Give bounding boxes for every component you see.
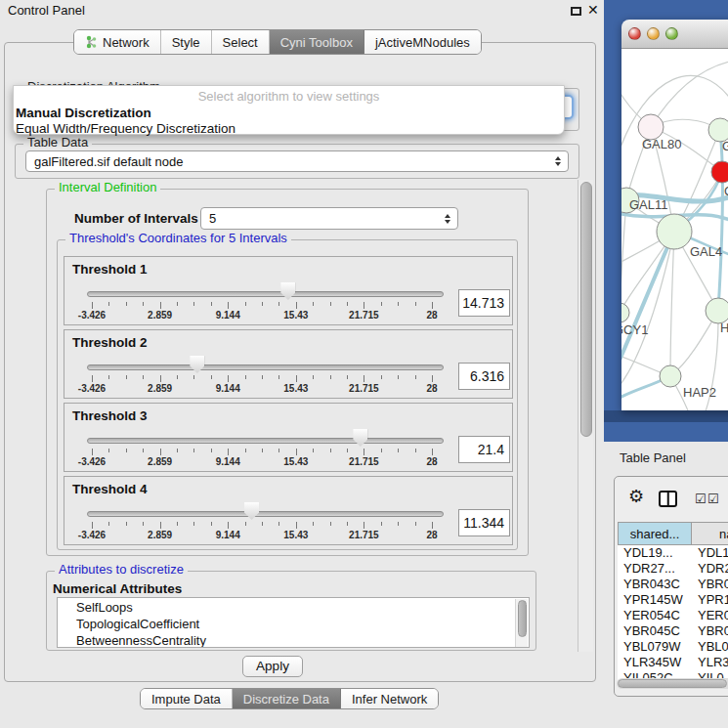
traffic-light-close-icon[interactable] — [628, 27, 641, 40]
slider-tick — [398, 375, 399, 379]
thresholds-group: Threshold's Coordinates for 5 Intervals … — [57, 239, 518, 550]
settings-scrollbar-thumb[interactable] — [580, 182, 592, 437]
tab-style[interactable]: Style — [161, 30, 212, 54]
list-item[interactable]: SelfLoops — [76, 600, 133, 615]
slider-tick — [296, 375, 297, 382]
slider-track[interactable] — [87, 438, 444, 444]
network-canvas-area[interactable]: GAL80GACGAL11GAL4GCY1HHAP2 — [621, 49, 728, 410]
traffic-light-minimize-icon[interactable] — [647, 27, 660, 40]
threshold-value-field[interactable]: 14.713 — [458, 289, 510, 317]
slider-thumb[interactable] — [244, 502, 259, 520]
num-intervals-combo[interactable]: 5 — [200, 207, 458, 230]
network-node-gal4[interactable] — [657, 214, 692, 249]
tab-jactivemnodules[interactable]: jActiveMNodules — [364, 30, 481, 54]
network-node-gcy1[interactable] — [621, 303, 629, 322]
slider-tick — [92, 522, 93, 529]
list-item[interactable]: BetweennessCentrality — [76, 633, 206, 648]
slider-tick-label: 28 — [426, 456, 437, 467]
attributes-list[interactable]: SelfLoopsTopologicalCoefficientBetweenne… — [57, 597, 530, 648]
slider-thumb[interactable] — [190, 356, 204, 373]
slider-thumb[interactable] — [280, 282, 295, 300]
slider-tick — [313, 522, 314, 526]
slider-tick — [193, 375, 194, 379]
table-row[interactable]: YBR045CYBR0 — [618, 623, 728, 639]
network-node-label: GAL11 — [629, 197, 668, 212]
slider-tick — [313, 375, 314, 379]
list-item[interactable]: TopologicalCoefficient — [76, 617, 199, 631]
tab-network[interactable]: Network — [74, 30, 161, 54]
network-node-highlighted-red[interactable] — [711, 161, 728, 183]
tab-impute-data[interactable]: Impute Data — [141, 689, 233, 708]
slider-tick — [92, 375, 93, 382]
threshold-value-field[interactable]: 21.4 — [458, 436, 510, 463]
slider-tick-label: 28 — [426, 530, 437, 540]
popup-option-manual-discretization[interactable]: Manual Discretization — [16, 106, 151, 120]
slider-tick — [160, 302, 161, 309]
tab-label: Style — [172, 35, 200, 50]
slider-tick — [143, 302, 144, 306]
table-hscrollbar-thumb[interactable] — [618, 679, 727, 688]
slider-tick-label: 28 — [426, 310, 437, 321]
slider-tick — [126, 522, 127, 526]
slider-tick-label: 21.715 — [349, 456, 379, 467]
traffic-light-zoom-icon[interactable] — [665, 27, 678, 40]
tab-infer-network[interactable]: Infer Network — [341, 689, 438, 708]
settings-scrollbar[interactable] — [578, 180, 593, 652]
tab-label: Cyni Toolbox — [280, 35, 353, 50]
slider-tick-label: 2.859 — [148, 530, 172, 540]
slider-tick — [160, 449, 161, 455]
attributes-scrollbar[interactable] — [515, 599, 528, 648]
slider-tick — [228, 522, 229, 529]
slider-thumb[interactable] — [353, 429, 367, 447]
slider-tick — [347, 375, 348, 379]
threshold-value-field[interactable]: 11.344 — [458, 509, 510, 536]
table-row[interactable]: YBR043CYBR0 — [618, 577, 728, 592]
checkbox-icon[interactable]: ☑ — [707, 492, 719, 505]
cell-shared-name: YBR045C — [618, 623, 692, 639]
control-panel: Control Panel ✕ Discretization Algorithm… — [0, 0, 604, 728]
close-icon[interactable]: ✕ — [587, 2, 599, 18]
table-row[interactable]: YDL19...YDL1 — [618, 545, 728, 561]
slider-tick — [330, 449, 331, 452]
table-row[interactable]: YPR145WYPR1 — [618, 592, 728, 608]
slider-tick — [330, 522, 331, 526]
slider-track[interactable] — [87, 511, 444, 517]
column-header-shared[interactable]: shared... — [618, 522, 692, 545]
slider-tick-label: 9.144 — [216, 530, 240, 540]
table-data-combo[interactable]: galFiltered.sif default node — [25, 150, 569, 172]
popup-option-equal-width-frequency-discretization[interactable]: Equal Width/Frequency Discretization — [16, 121, 236, 136]
table-row[interactable]: YBL079WYBL0 — [618, 639, 728, 655]
slider-tick — [296, 302, 297, 309]
apply-button[interactable]: Apply — [242, 656, 303, 677]
split-columns-icon[interactable] — [659, 491, 677, 507]
network-node-label: GA — [722, 139, 728, 153]
slider-track[interactable] — [87, 291, 444, 297]
slider-tick — [245, 522, 246, 526]
application-root: Control Panel ✕ Discretization Algorithm… — [0, 0, 728, 728]
float-window-icon[interactable] — [571, 7, 581, 16]
table-header-row: shared... na — [618, 522, 728, 545]
network-edge — [621, 200, 626, 313]
table-row[interactable]: YLR345WYLR3 — [618, 655, 728, 670]
attributes-scrollbar-thumb[interactable] — [518, 600, 527, 637]
slider-tick — [278, 522, 279, 526]
tab-cyni-toolbox[interactable]: Cyni Toolbox — [270, 30, 364, 54]
slider-track[interactable] — [87, 364, 444, 370]
threshold-value-field[interactable]: 6.316 — [458, 363, 510, 390]
gear-icon[interactable]: ⚙ — [628, 488, 644, 505]
slider-tick — [177, 302, 178, 306]
slider-tick — [126, 302, 127, 306]
table-row[interactable]: YER054CYER0 — [618, 608, 728, 623]
table-row[interactable]: YDR27...YDR2 — [618, 561, 728, 577]
table-hscrollbar[interactable] — [617, 678, 728, 689]
tab-select[interactable]: Select — [212, 30, 270, 54]
top-tab-bar: NetworkStyleSelectCyni ToolboxjActiveMNo… — [73, 29, 482, 55]
slider-tick — [262, 302, 263, 306]
tab-discretize-data[interactable]: Discretize Data — [233, 689, 341, 708]
column-header-name[interactable]: na — [692, 522, 728, 545]
group-title: Table Data — [23, 136, 92, 150]
table-panel: ⚙ ☑ ☑ shared... na YDL19...YDL1YDR27...Y… — [614, 476, 728, 697]
network-node-hap2[interactable] — [660, 365, 681, 387]
checkbox-icon[interactable]: ☑ — [695, 492, 707, 505]
network-window-titlebar[interactable] — [621, 20, 728, 49]
